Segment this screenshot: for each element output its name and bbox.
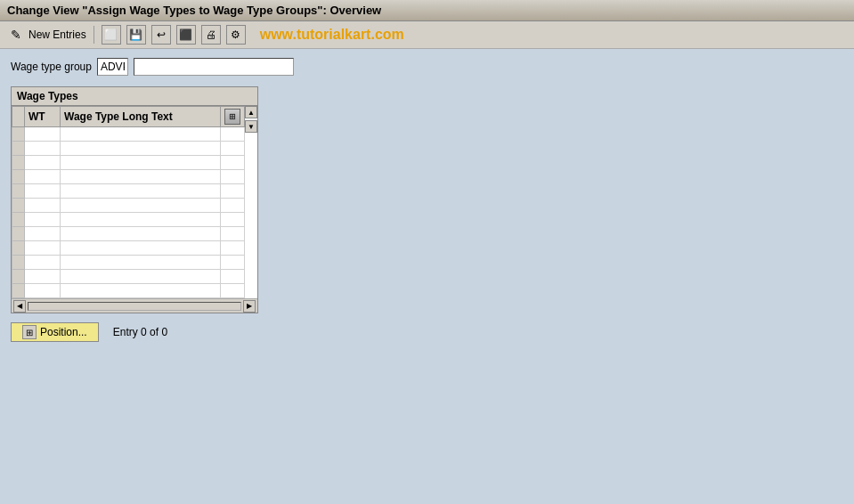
wt-cell[interactable] <box>25 270 61 284</box>
horizontal-scroll-area: ◀ ▶ <box>12 298 257 313</box>
icon-cell <box>221 184 245 199</box>
table-row <box>12 184 245 199</box>
toolbar: ✎ New Entries ⬜ 💾 ↩ ⬛ 🖨 ⚙ www.tutorialka… <box>0 21 854 49</box>
table-row <box>12 213 245 227</box>
wt-cell[interactable] <box>25 284 61 298</box>
icon-cell <box>221 256 245 270</box>
row-select[interactable] <box>12 284 25 298</box>
title-bar: Change View "Assign Wage Types to Wage T… <box>0 0 854 21</box>
wt-cell[interactable] <box>25 199 61 213</box>
horizontal-scrollbar[interactable] <box>28 302 241 311</box>
new-entries-button[interactable]: ✎ New Entries <box>7 26 86 44</box>
wt-cell[interactable] <box>25 127 61 142</box>
main-content: Wage type group Wage Types ▲ ▼ WT Wage T… <box>0 49 854 351</box>
row-select[interactable] <box>12 256 25 270</box>
table-container: ▲ ▼ WT Wage Type Long Text ⊞ <box>12 106 257 313</box>
row-select[interactable] <box>12 270 25 284</box>
text-cell[interactable] <box>61 156 221 170</box>
text-cell[interactable] <box>61 256 221 270</box>
wt-cell[interactable] <box>25 213 61 227</box>
position-button[interactable]: ⊞ Position... <box>11 322 99 342</box>
table-row <box>12 170 245 184</box>
row-select[interactable] <box>12 227 25 241</box>
icon-cell <box>221 284 245 298</box>
scroll-right-arrow[interactable]: ▶ <box>243 300 256 313</box>
row-select[interactable] <box>12 184 25 199</box>
icon-cell <box>221 270 245 284</box>
scroll-up-arrow[interactable]: ▲ <box>245 106 257 118</box>
save-icon-btn[interactable]: 💾 <box>126 25 146 45</box>
table-header-row: WT Wage Type Long Text ⊞ <box>12 107 245 127</box>
wt-cell[interactable] <box>25 227 61 241</box>
text-cell[interactable] <box>61 199 221 213</box>
wage-types-panel-header: Wage Types <box>12 87 257 106</box>
wage-types-table-body <box>12 127 245 298</box>
wt-cell[interactable] <box>25 256 61 270</box>
text-cell[interactable] <box>61 213 221 227</box>
entry-info: Entry 0 of 0 <box>113 326 167 338</box>
scroll-down-arrow[interactable]: ▼ <box>245 120 257 133</box>
icon-cell <box>221 170 245 184</box>
icon-cell <box>221 156 245 170</box>
text-cell[interactable] <box>61 284 221 298</box>
text-cell[interactable] <box>61 127 221 142</box>
icon-cell <box>221 142 245 156</box>
icon-cell <box>221 127 245 142</box>
wt-col-header: WT <box>25 107 61 127</box>
table-row <box>12 256 245 270</box>
copy-icon-btn[interactable]: ⬜ <box>102 25 121 45</box>
title-bar-text: Change View "Assign Wage Types to Wage T… <box>7 4 381 17</box>
table-row <box>12 199 245 213</box>
icon-cell <box>221 227 245 241</box>
row-select[interactable] <box>12 127 25 142</box>
text-cell[interactable] <box>61 241 221 256</box>
icon-cell <box>221 241 245 256</box>
row-select[interactable] <box>12 213 25 227</box>
table-row <box>12 270 245 284</box>
text-cell[interactable] <box>61 142 221 156</box>
position-button-label: Position... <box>40 326 87 338</box>
table-config-icon[interactable]: ⊞ <box>224 109 240 125</box>
table-row <box>12 142 245 156</box>
toolbar-separator-1 <box>94 26 94 44</box>
wage-type-group-input[interactable] <box>97 58 128 76</box>
wage-type-group-label: Wage type group <box>11 61 92 73</box>
undo-icon-btn[interactable]: ↩ <box>151 25 171 45</box>
text-cell[interactable] <box>61 170 221 184</box>
position-row: ⊞ Position... Entry 0 of 0 <box>11 322 843 342</box>
select-col-header <box>12 107 25 127</box>
text-cell[interactable] <box>61 270 221 284</box>
watermark: www.tutorialkart.com <box>260 27 404 43</box>
row-select[interactable] <box>12 170 25 184</box>
config-icon-btn[interactable]: ⚙ <box>226 25 246 45</box>
wt-cell[interactable] <box>25 142 61 156</box>
text-cell[interactable] <box>61 227 221 241</box>
wt-cell[interactable] <box>25 156 61 170</box>
table-row <box>12 284 245 298</box>
new-entries-icon: ✎ <box>7 26 25 44</box>
row-select[interactable] <box>12 156 25 170</box>
table-row <box>12 227 245 241</box>
icon-col-header[interactable]: ⊞ <box>221 107 245 127</box>
wt-cell[interactable] <box>25 241 61 256</box>
row-select[interactable] <box>12 199 25 213</box>
table-row <box>12 127 245 142</box>
icon-cell <box>221 213 245 227</box>
wt-cell[interactable] <box>25 170 61 184</box>
wage-type-group-description-input[interactable] <box>134 58 294 76</box>
row-select[interactable] <box>12 142 25 156</box>
new-entries-label: New Entries <box>28 28 86 41</box>
wt-cell[interactable] <box>25 184 61 199</box>
wage-types-table: WT Wage Type Long Text ⊞ <box>12 106 245 298</box>
scroll-top-area: ▲ ▼ <box>245 106 257 133</box>
wage-types-panel: Wage Types ▲ ▼ WT Wage Type Long Text ⊞ <box>11 86 258 313</box>
row-select[interactable] <box>12 241 25 256</box>
scroll-left-arrow[interactable]: ◀ <box>13 300 26 313</box>
print-icon-btn[interactable]: 🖨 <box>201 25 221 45</box>
table-row <box>12 156 245 170</box>
export-icon-btn[interactable]: ⬛ <box>176 25 196 45</box>
text-cell[interactable] <box>61 184 221 199</box>
icon-cell <box>221 199 245 213</box>
table-row <box>12 241 245 256</box>
text-col-header: Wage Type Long Text <box>61 107 221 127</box>
